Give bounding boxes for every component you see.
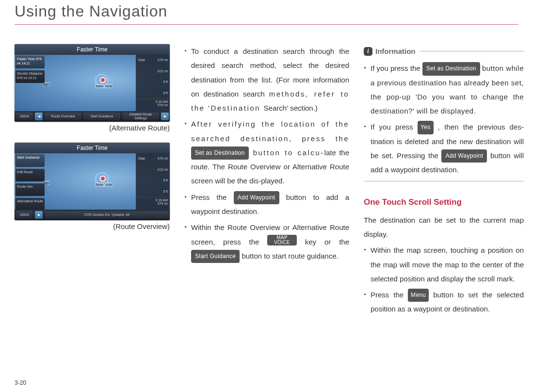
rp-total: Total679 mi: [136, 55, 170, 66]
shot-footer: 160mi ◀ Route Overview Start Guidance De…: [15, 111, 170, 122]
foot-detailed-settings: Detailed Route Settings: [122, 113, 159, 120]
shot-sidebar: Start Guidance Edit Route Route Info Alt…: [15, 153, 46, 210]
text: Within the map screen, touching a positi…: [371, 246, 524, 283]
list-item: Within the Route Overview or Alternative…: [184, 220, 349, 263]
column-right: i Information If you press the Set as De…: [364, 44, 524, 318]
rp-label: Total: [138, 58, 145, 62]
map-label: New York: [95, 182, 113, 187]
rp-val: 612 mi: [158, 69, 168, 73]
screenshot-alternative-route: Faster Time ago New York Faster Time 679…: [15, 44, 170, 122]
rp-val: 0 ft: [163, 179, 168, 182]
information-list: If you press the Set as Destination butt…: [364, 61, 524, 177]
list-item: If you press the Set as Destination butt…: [364, 61, 524, 118]
column-middle: To conduct a destination search through …: [184, 44, 349, 318]
list-item: Press the Add Waypoint button to add a w…: [184, 190, 349, 219]
sb-faster-time: Faster Time 679 mi 14:11: [16, 56, 45, 68]
text: Press the: [191, 193, 234, 201]
rp-row: 0 ft: [136, 175, 170, 186]
text: After verifying the location of the sear…: [191, 120, 349, 142]
rp-val: 679 mi: [158, 58, 168, 62]
foot-arrow-left: ◀: [35, 113, 43, 120]
start-guidance-button: Start Guidance: [191, 250, 240, 263]
rp-label: Total: [138, 157, 145, 160]
shot-right-panel: Total679 mi 612 mi 0 ft 0 ft 3:19 AM679 …: [136, 55, 170, 111]
sb-route-info: Route Info: [16, 183, 45, 196]
rp-row: 612 mi: [136, 66, 170, 77]
rp-row: 612 mi: [136, 164, 170, 176]
rp-time: 3:19 AM679 mi: [136, 197, 170, 210]
section-intro: The destination can be set to the curren…: [364, 213, 524, 242]
text: If you press: [371, 123, 418, 131]
sb-edit-route: Edit Route: [16, 169, 45, 181]
rp-time-val: 3:19 AM: [138, 100, 168, 103]
rp-row: 0 ft: [136, 186, 170, 197]
rp-row: 0 ft: [136, 88, 170, 99]
text: key or the: [305, 238, 349, 246]
text: Press the: [371, 291, 408, 299]
list-item: To conduct a destination search through …: [184, 44, 349, 115]
info-rule: [420, 51, 524, 51]
sb-alternative-route: Alternative Route: [16, 198, 45, 211]
foot-start-guidance: Start Guidance: [83, 113, 120, 120]
foot-dist: 160mi: [16, 211, 33, 219]
set-as-destination-button: Set as Destination: [191, 147, 249, 160]
shot-header: Faster Time: [15, 143, 170, 153]
text: If you press the: [371, 64, 422, 72]
page-number: 3-20: [15, 379, 26, 386]
rp-val: 0 ft: [163, 91, 168, 95]
list-item: If you press Yes , then the previous des…: [364, 120, 524, 177]
foot-arrow-right: ▶: [161, 113, 169, 120]
sb-start-guidance: Start Guidance: [16, 154, 45, 167]
info-label: Information: [375, 44, 416, 58]
column-left: Faster Time ago New York Faster Time 679…: [15, 44, 170, 318]
foot-dist: 160mi: [16, 113, 33, 120]
content-columns: Faster Time ago New York Faster Time 679…: [15, 44, 518, 318]
text: button to calcu-: [249, 148, 324, 157]
foot-route-overview: Route Overview: [45, 113, 81, 120]
shot-footer: 160mi ▶ 7070 Geddes Rd, Ypsilanti, MI: [15, 210, 170, 220]
rp-time: 3:19 AM679 mi: [136, 98, 170, 111]
rp-val: 0 ft: [163, 190, 168, 193]
one-touch-list: Within the map screen, touching a positi…: [364, 243, 524, 316]
add-waypoint-button: Add Waypoint: [441, 149, 487, 163]
text: button to start route guidance.: [242, 252, 338, 260]
foot-arrow-right: ▶: [35, 211, 43, 219]
info-bottom-rule: [364, 181, 524, 181]
rp-total: Total679 mi: [136, 153, 170, 164]
text: VOICE: [274, 240, 290, 245]
page-title: Using the Navigation: [15, 0, 518, 24]
screenshot-route-overview: Faster Time ago New York Start Guidance …: [15, 143, 170, 220]
info-icon: i: [364, 47, 372, 56]
rp-val: 612 mi: [158, 168, 168, 171]
map-voice-button: MAPVOICE: [267, 235, 297, 245]
caption-route-overview: (Route Overview): [15, 222, 170, 230]
information-heading: i Information: [364, 44, 524, 58]
yes-button: Yes: [418, 121, 433, 134]
rp-dist-val: 679 mi: [138, 202, 168, 205]
one-touch-scroll-title: One Touch Scroll Setting: [364, 194, 524, 210]
rp-val: 679 mi: [158, 157, 168, 160]
foot-address: 7070 Geddes Rd, Ypsilanti, MI: [45, 211, 169, 219]
list-item: Within the map screen, touching a positi…: [364, 243, 524, 286]
text: Search' section.): [264, 104, 318, 112]
rp-time-val: 3:19 AM: [138, 198, 168, 202]
rp-val: 0 ft: [163, 80, 168, 83]
list-item: Press the Menu button to set the selecte…: [364, 288, 524, 316]
sb-shorter-distance: Shorter Distance 679 mi 14:11: [16, 70, 45, 83]
menu-button: Menu: [408, 289, 429, 302]
rp-dist-val: 679 mi: [138, 103, 168, 107]
shot-header: Faster Time: [15, 44, 170, 55]
shot-sidebar: Faster Time 679 mi 14:11 Shorter Distanc…: [15, 55, 46, 111]
add-waypoint-button: Add Waypoint: [234, 191, 279, 204]
rp-row: 0 ft: [136, 77, 170, 88]
caption-alternative-route: (Alternative Route): [15, 124, 170, 132]
shot-right-panel: Total679 mi 612 mi 0 ft 0 ft 3:19 AM679 …: [136, 153, 170, 210]
list-item: After verifying the location of the sear…: [184, 117, 349, 188]
instruction-list: To conduct a destination search through …: [184, 44, 349, 263]
map-label: New York: [95, 84, 113, 88]
set-as-destination-button: Set as Destination: [422, 62, 480, 75]
title-rule: [15, 24, 518, 25]
